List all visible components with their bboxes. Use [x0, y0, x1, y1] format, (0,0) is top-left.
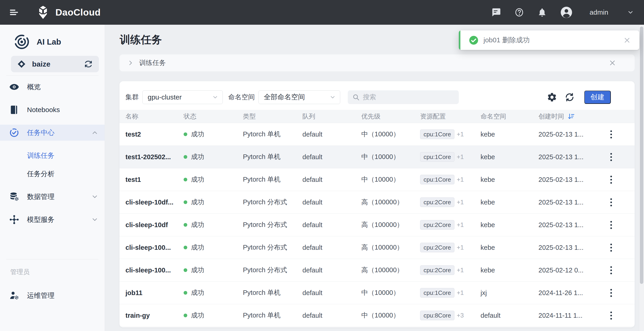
- column-header-name[interactable]: 名称: [126, 112, 184, 121]
- user-caret-down-icon[interactable]: [627, 9, 634, 16]
- table-body: test2 成功 Pytorch 单机 default 中（10000） cpu…: [120, 123, 634, 327]
- search-box[interactable]: [348, 90, 459, 104]
- column-header-resources[interactable]: 资源配置: [420, 112, 480, 121]
- resource-tag[interactable]: cpu:8Core: [420, 311, 454, 320]
- job-name-link[interactable]: cli-sleep-10df...: [126, 199, 184, 206]
- cluster-select[interactable]: gpu-cluster: [142, 90, 223, 104]
- sidebar-item-task-center[interactable]: 任务中心: [0, 125, 104, 141]
- resource-more-badge[interactable]: +1: [457, 176, 464, 183]
- sidebar-item-label: 任务中心: [27, 128, 54, 137]
- refresh-icon[interactable]: [564, 92, 575, 102]
- resource-tag[interactable]: cpu:2Core: [420, 243, 454, 252]
- job-name-link[interactable]: test1-202502...: [126, 153, 184, 161]
- sidebar-item-overview[interactable]: 概览: [0, 79, 104, 95]
- row-actions-kebab-icon[interactable]: [609, 129, 612, 140]
- breadcrumb-chevron-icon[interactable]: [127, 60, 134, 66]
- brand[interactable]: DaoCloud: [36, 5, 101, 20]
- resource-tag[interactable]: cpu:2Core: [420, 265, 454, 275]
- table-row[interactable]: test1-202502... 成功 Pytorch 单机 default 中（…: [120, 146, 634, 168]
- table-row[interactable]: cli-sleep-100... 成功 Pytorch 分布式 default …: [120, 259, 634, 282]
- resource-more-badge[interactable]: +1: [457, 221, 464, 229]
- table-row[interactable]: cli-sleep-10df... 成功 Pytorch 分布式 default…: [120, 191, 634, 214]
- scrollbar-thumb[interactable]: [640, 26, 643, 284]
- row-actions-kebab-icon[interactable]: [609, 220, 612, 230]
- status-dot-icon: [184, 178, 187, 181]
- sidebar-item-job-analysis[interactable]: 任务分析: [0, 166, 104, 182]
- create-button[interactable]: 创建: [584, 91, 611, 104]
- job-status: 成功: [184, 311, 243, 320]
- job-name-link[interactable]: test1: [126, 176, 184, 183]
- sort-desc-icon[interactable]: [567, 113, 575, 120]
- chevron-down-icon[interactable]: [91, 193, 98, 200]
- row-actions-kebab-icon[interactable]: [609, 242, 612, 253]
- table-row[interactable]: cli-sleep-100... 成功 Pytorch 分布式 default …: [120, 236, 634, 259]
- menu-icon[interactable]: [9, 7, 19, 18]
- toast-message: job01 删除成功: [484, 35, 530, 45]
- table-row[interactable]: test2 成功 Pytorch 单机 default 中（10000） cpu…: [120, 123, 634, 146]
- toast-close-icon[interactable]: [624, 37, 630, 44]
- job-name-link[interactable]: cli-sleep-100...: [126, 244, 184, 251]
- help-icon[interactable]: [514, 7, 524, 17]
- search-input[interactable]: [363, 93, 454, 101]
- job-priority: 高（100000）: [361, 266, 420, 275]
- resource-more-badge[interactable]: +1: [457, 199, 464, 206]
- job-name-link[interactable]: test2: [126, 131, 184, 138]
- sidebar-item-ops-management[interactable]: 运维管理: [0, 288, 104, 304]
- row-actions-kebab-icon[interactable]: [609, 174, 612, 185]
- breadcrumb-close-icon[interactable]: [609, 59, 616, 66]
- column-header-created[interactable]: 创建时间: [538, 112, 602, 121]
- table-row[interactable]: test1 成功 Pytorch 单机 default 中（10000） cpu…: [120, 168, 634, 191]
- chevron-down-icon[interactable]: [91, 216, 98, 223]
- row-actions-kebab-icon[interactable]: [609, 197, 612, 208]
- job-queue: default: [302, 289, 361, 297]
- settings-gear-icon[interactable]: [547, 92, 557, 102]
- job-type: Pytorch 分布式: [243, 243, 302, 252]
- column-header-type[interactable]: 类型: [243, 112, 302, 121]
- table-row[interactable]: cli-sleep-10df 成功 Pytorch 分布式 default 高（…: [120, 214, 634, 236]
- avatar[interactable]: [560, 6, 572, 18]
- job-status: 成功: [184, 220, 243, 229]
- resource-more-badge[interactable]: +1: [457, 289, 464, 297]
- message-icon[interactable]: [492, 7, 501, 17]
- job-name-link[interactable]: job11: [126, 289, 184, 297]
- sidebar-item-notebooks[interactable]: Notebooks: [0, 102, 104, 118]
- job-name-link[interactable]: cli-sleep-10df: [126, 221, 184, 229]
- notifications-icon[interactable]: [537, 7, 547, 17]
- breadcrumb-item[interactable]: 训练任务: [139, 58, 166, 67]
- namespace-select[interactable]: 全部命名空间: [258, 90, 340, 104]
- user-name[interactable]: admin: [590, 8, 608, 16]
- resource-more-badge[interactable]: +1: [457, 131, 464, 138]
- resource-tag[interactable]: cpu:1Core: [420, 288, 454, 298]
- sidebar-item-training-jobs[interactable]: 训练任务: [0, 148, 104, 164]
- column-header-queue[interactable]: 队列: [302, 112, 361, 121]
- row-actions-kebab-icon[interactable]: [609, 288, 612, 298]
- product-header: AI Lab: [13, 33, 61, 50]
- job-created-time: 2025-02-13 1...: [538, 244, 602, 251]
- column-header-namespace[interactable]: 命名空间: [480, 112, 538, 121]
- row-actions-kebab-icon[interactable]: [609, 265, 612, 276]
- resource-more-badge[interactable]: +1: [457, 267, 464, 274]
- sidebar-item-data-management[interactable]: 数据管理: [0, 189, 104, 205]
- resource-tag[interactable]: cpu:1Core: [420, 152, 454, 162]
- resource-tag[interactable]: cpu:1Core: [420, 175, 454, 184]
- chevron-up-icon[interactable]: [91, 129, 98, 136]
- job-name-link[interactable]: train-gy: [126, 312, 184, 319]
- resource-tag[interactable]: cpu:2Core: [420, 220, 454, 230]
- job-name-link[interactable]: cli-sleep-100...: [126, 267, 184, 274]
- sidebar-item-model-services[interactable]: 模型服务: [0, 212, 104, 228]
- resource-more-badge[interactable]: +1: [457, 153, 464, 161]
- row-actions-kebab-icon[interactable]: [609, 310, 612, 321]
- table-row[interactable]: train-gy 成功 Pytorch 单机 default 中（10000） …: [120, 304, 634, 327]
- resource-more-badge[interactable]: +1: [457, 244, 464, 251]
- sidebar-item-label: 数据管理: [27, 192, 54, 202]
- column-header-priority[interactable]: 优先级: [361, 112, 420, 121]
- resource-more-badge[interactable]: +3: [457, 312, 464, 319]
- column-header-status[interactable]: 状态: [184, 112, 243, 121]
- row-actions-kebab-icon[interactable]: [609, 152, 612, 162]
- workspace-selector[interactable]: baize: [11, 56, 99, 72]
- table-row[interactable]: job11 成功 Pytorch 单机 default 中（10000） cpu…: [120, 282, 634, 304]
- scrollbar-track[interactable]: [639, 25, 644, 331]
- workspace-switch-icon[interactable]: [84, 59, 93, 69]
- resource-tag[interactable]: cpu:1Core: [420, 129, 454, 139]
- resource-tag[interactable]: cpu:2Core: [420, 197, 454, 207]
